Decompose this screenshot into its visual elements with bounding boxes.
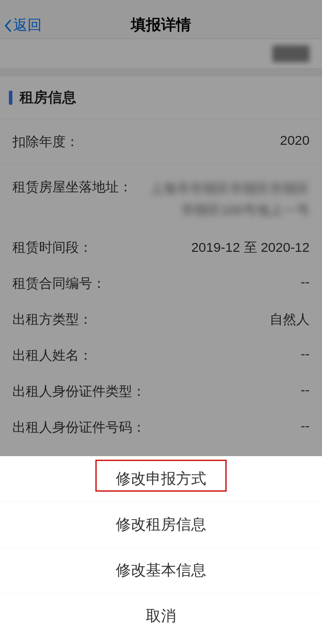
action-modify-basic-info[interactable]: 修改基本信息 [0, 548, 322, 593]
action-modify-declare-method[interactable]: 修改申报方式 [0, 456, 322, 502]
action-sheet: 修改申报方式 修改租房信息 修改基本信息 取消 [0, 456, 322, 644]
action-modify-rental-info[interactable]: 修改租房信息 [0, 502, 322, 548]
action-cancel[interactable]: 取消 [0, 593, 322, 644]
